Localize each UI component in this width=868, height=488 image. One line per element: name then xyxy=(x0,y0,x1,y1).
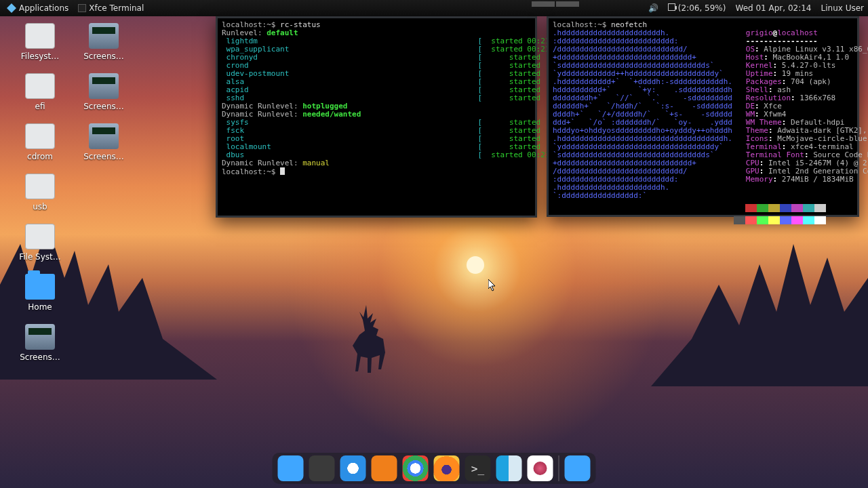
dock-terminal-icon[interactable]: >_ xyxy=(465,455,491,481)
dock-downloads-icon[interactable] xyxy=(565,455,591,481)
taskbar-window-button[interactable]: Xfce Terminal xyxy=(75,2,146,14)
color-palette xyxy=(734,204,853,212)
hd-icon xyxy=(25,73,55,99)
top-panel: Applications Xfce Terminal 🔊 (2:06, 59%)… xyxy=(0,0,868,16)
dock-chromium-icon[interactable] xyxy=(403,455,429,481)
terminal-output: localhost:~$ rc-status Runlevel: default… xyxy=(218,18,535,179)
desktop-icon[interactable]: usb xyxy=(11,174,69,211)
hd-icon xyxy=(25,123,55,149)
desktop-icon-label: Screens… xyxy=(83,102,124,111)
xfce-logo-icon xyxy=(7,3,16,13)
terminal-window-neofetch[interactable]: localhost:~$ neofetch .hdddddddddddddddd… xyxy=(547,16,859,217)
dock-vlc-icon[interactable] xyxy=(372,455,397,481)
desktop-icon[interactable]: Screens… xyxy=(75,23,133,61)
cursor-icon xyxy=(488,279,496,291)
dock-screenshot-icon[interactable] xyxy=(528,455,553,481)
dock: >_ xyxy=(273,453,596,484)
screenshot-icon xyxy=(89,73,119,99)
screenshot-icon xyxy=(89,123,119,149)
desktop-icon[interactable]: efi xyxy=(11,73,69,111)
terminal-output: localhost:~$ neofetch .hdddddddddddddddd… xyxy=(549,18,857,227)
applications-menu[interactable]: Applications xyxy=(4,2,71,14)
hd-icon xyxy=(25,174,55,199)
desktop-icon[interactable]: File Syst… xyxy=(11,224,69,262)
dock-separator xyxy=(559,455,559,481)
desktop-icon-label: efi xyxy=(35,102,45,111)
screenshot-icon xyxy=(89,23,119,49)
wallpaper-trees-right xyxy=(651,210,868,386)
battery-icon xyxy=(668,3,675,11)
clock[interactable]: Wed 01 Apr, 02:14 xyxy=(735,3,811,13)
desktop-icons-area: Filesyst…Screens…efiScreens…cdromScreens… xyxy=(8,20,144,371)
dock-files-icon[interactable] xyxy=(278,455,304,481)
color-palette-bright xyxy=(734,216,853,224)
desktop-icon[interactable]: Filesyst… xyxy=(11,23,69,61)
desktop-icon-label: Filesyst… xyxy=(21,52,59,61)
desktop-icon-label: Home xyxy=(28,302,52,312)
user-menu[interactable]: Linux User xyxy=(821,3,865,13)
desktop-icon[interactable]: Screens… xyxy=(11,324,69,362)
desktop-icon-label: cdrom xyxy=(27,152,53,161)
desktop-icon[interactable]: Screens… xyxy=(75,123,133,161)
hd-icon xyxy=(25,23,55,49)
applications-label: Applications xyxy=(19,3,68,13)
desktop-icon-label: Screens… xyxy=(83,52,124,61)
desktop-icon[interactable]: Home xyxy=(11,274,69,312)
dock-firefox-icon[interactable] xyxy=(434,455,460,481)
workspace-pager[interactable] xyxy=(532,0,579,9)
battery-status[interactable]: (2:06, 59%) xyxy=(668,3,726,13)
wallpaper-sun xyxy=(467,256,484,274)
folder-icon xyxy=(25,274,55,300)
desktop-icon-label: usb xyxy=(33,202,47,211)
desktop-icon-label: Screens… xyxy=(20,352,60,362)
desktop-icon-label: Screens… xyxy=(83,152,124,161)
desktop-icon[interactable]: cdrom xyxy=(11,123,69,161)
wallpaper-deer xyxy=(339,305,400,380)
dock-finder-icon[interactable] xyxy=(496,455,522,481)
hd-icon xyxy=(25,224,55,249)
terminal-window-rcstatus[interactable]: localhost:~$ rc-status Runlevel: default… xyxy=(216,16,537,218)
screenshot-icon xyxy=(25,324,55,350)
dock-htop-icon[interactable] xyxy=(309,455,335,481)
dock-safari-icon[interactable] xyxy=(340,455,366,481)
terminal-tiny-icon xyxy=(78,4,86,12)
desktop-icon-label: File Syst… xyxy=(19,252,61,262)
desktop-icon[interactable]: Screens… xyxy=(75,73,133,111)
volume-icon[interactable]: 🔊 xyxy=(648,3,658,13)
active-window-title: Xfce Terminal xyxy=(89,3,144,13)
